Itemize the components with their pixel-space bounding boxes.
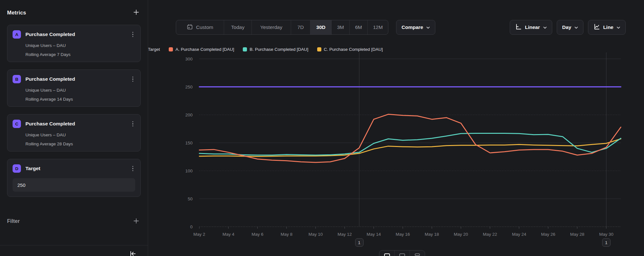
- legend-item-a[interactable]: A. Purchase Completed [DAU]: [169, 47, 234, 52]
- range-label: 12M: [373, 24, 383, 30]
- chart-type-select-button[interactable]: Line: [588, 20, 626, 35]
- range-yesterday[interactable]: Yesterday: [251, 20, 291, 34]
- chevron-down-icon: [574, 24, 578, 30]
- metric-letter-badge: A: [13, 30, 21, 39]
- legend-swatch: [243, 47, 247, 51]
- plus-icon: [133, 9, 139, 16]
- range-label: Custom: [196, 24, 213, 30]
- metric-letter-badge: D: [13, 164, 21, 173]
- more-options-icon[interactable]: [130, 31, 136, 39]
- date-range-selector: Custom Today Yesterday 7D 30D 3M 6M 12M: [176, 20, 388, 35]
- legend-label: B. Purchase Completed [DAU]: [250, 47, 308, 52]
- metric-letter-badge: B: [13, 75, 21, 83]
- compare-button[interactable]: Compare: [396, 20, 435, 35]
- chart-size-selector: [379, 250, 425, 256]
- size-medium-icon: [399, 253, 405, 256]
- line-chart-icon: [593, 23, 600, 31]
- collapse-left-icon: [128, 254, 137, 256]
- metric-transformation: Rolling Average 7 Days: [25, 52, 135, 57]
- plus-icon: [133, 218, 139, 225]
- metric-title: Purchase Completed: [25, 32, 130, 37]
- range-label: Today: [231, 24, 244, 30]
- more-options-icon[interactable]: [130, 75, 136, 83]
- chart-size-large-button[interactable]: [379, 251, 394, 256]
- legend-item-c[interactable]: C. Purchase Completed [DAU]: [317, 47, 383, 52]
- legend-item-b[interactable]: B. Purchase Completed [DAU]: [243, 47, 308, 52]
- metric-transformation: Rolling Average 14 Days: [25, 97, 135, 102]
- metric-card-a[interactable]: A Purchase Completed Unique Users – DAU …: [7, 25, 141, 62]
- linear-scale-icon: [515, 23, 522, 31]
- scale-select-button[interactable]: Linear: [510, 20, 552, 35]
- chart-size-medium-button[interactable]: [394, 251, 410, 256]
- metric-measure: Unique Users – DAU: [25, 88, 135, 93]
- metrics-sidebar: Metrics A Purchase Completed Unique User…: [0, 0, 148, 256]
- target-value-input[interactable]: 250: [13, 178, 135, 192]
- compare-label: Compare: [402, 24, 423, 30]
- metric-title: Purchase Completed: [25, 121, 130, 127]
- chart-size-small-button[interactable]: [410, 251, 425, 256]
- more-options-icon[interactable]: [130, 120, 136, 128]
- size-large-icon: [384, 253, 390, 256]
- legend-swatch: [317, 47, 321, 51]
- range-12m[interactable]: 12M: [367, 20, 388, 34]
- metric-card-b[interactable]: B Purchase Completed Unique Users – DAU …: [7, 69, 141, 107]
- legend-swatch: [169, 47, 173, 51]
- chevron-down-icon: [426, 24, 430, 30]
- range-label: 3M: [337, 24, 344, 30]
- filter-section-title: Filter: [7, 218, 20, 224]
- target-title: Target: [25, 166, 130, 171]
- metric-transformation: Rolling Average 28 Days: [25, 142, 135, 146]
- more-options-icon[interactable]: [130, 165, 136, 173]
- range-3m[interactable]: 3M: [331, 20, 349, 34]
- legend-label: C. Purchase Completed [DAU]: [324, 47, 383, 52]
- chevron-down-icon: [617, 24, 620, 30]
- range-7d[interactable]: 7D: [291, 20, 310, 34]
- range-label: 7D: [298, 24, 304, 30]
- annotation-badge[interactable]: 1: [355, 238, 364, 247]
- chart-panel: Custom Today Yesterday 7D 30D 3M 6M 12M …: [148, 0, 644, 256]
- range-label: 6M: [355, 24, 362, 30]
- size-small-icon: [415, 253, 420, 256]
- metric-letter-badge: C: [13, 120, 21, 128]
- target-card[interactable]: D Target 250: [7, 159, 141, 197]
- add-filter-button[interactable]: [132, 216, 141, 226]
- interval-select-button[interactable]: Day: [557, 20, 583, 35]
- metrics-section-title: Metrics: [7, 10, 26, 16]
- metric-measure: Unique Users – DAU: [25, 43, 135, 48]
- legend-label: A. Purchase Completed [DAU]: [175, 47, 234, 52]
- chart-type-label: Line: [603, 24, 613, 30]
- range-label: Yesterday: [260, 24, 282, 30]
- metric-measure: Unique Users – DAU: [25, 133, 135, 137]
- metric-card-c[interactable]: C Purchase Completed Unique Users – DAU …: [7, 114, 141, 151]
- legend-label: Target: [148, 47, 160, 52]
- range-30d[interactable]: 30D: [310, 20, 331, 34]
- chevron-down-icon: [543, 24, 547, 30]
- calendar-icon: [187, 24, 193, 31]
- interval-label: Day: [562, 24, 571, 30]
- range-label: 30D: [316, 24, 325, 30]
- collapse-sidebar-button[interactable]: [128, 249, 137, 256]
- add-metric-button[interactable]: [132, 8, 141, 18]
- sidebar-divider: [0, 245, 148, 245]
- annotation-badge[interactable]: 1: [602, 238, 611, 247]
- range-today[interactable]: Today: [224, 20, 251, 34]
- scale-label: Linear: [525, 24, 540, 30]
- range-6m[interactable]: 6M: [349, 20, 367, 34]
- range-custom[interactable]: Custom: [176, 20, 224, 34]
- metric-title: Purchase Completed: [25, 76, 130, 82]
